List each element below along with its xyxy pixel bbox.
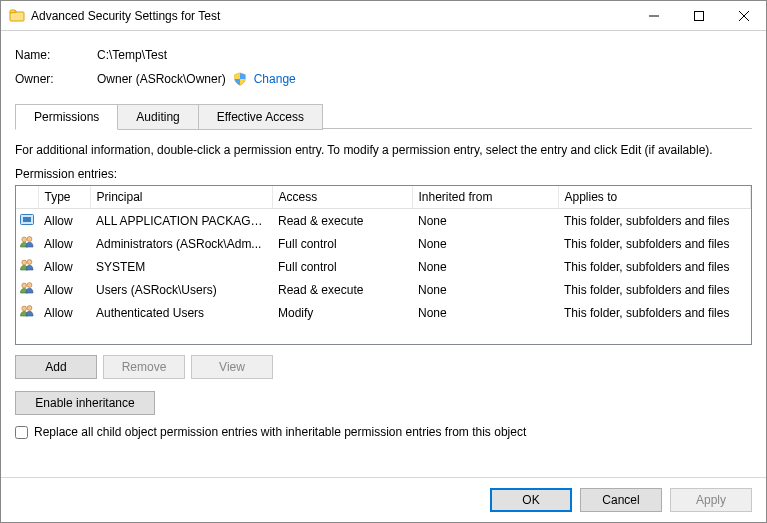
svg-point-4 [22, 237, 27, 242]
tab-effective-access[interactable]: Effective Access [199, 104, 323, 130]
name-label: Name: [15, 48, 97, 62]
tabs: Permissions Auditing Effective Access [15, 103, 752, 129]
replace-children-checkbox[interactable] [15, 426, 28, 439]
entry-principal: Users (ASRock\Users) [90, 278, 272, 301]
entry-icon [16, 232, 38, 255]
entry-icon [16, 255, 38, 278]
column-principal[interactable]: Principal [90, 186, 272, 209]
svg-point-5 [27, 237, 32, 242]
entry-inherited: None [412, 278, 558, 301]
entry-applies: This folder, subfolders and files [558, 278, 751, 301]
permission-entries-table: Type Principal Access Inherited from App… [15, 185, 752, 345]
entry-access: Read & execute [272, 278, 412, 301]
dialog-footer: OK Cancel Apply [1, 477, 766, 522]
entry-applies: This folder, subfolders and files [558, 255, 751, 278]
svg-point-9 [27, 283, 32, 288]
apply-button[interactable]: Apply [670, 488, 752, 512]
svg-rect-3 [23, 217, 31, 222]
permission-entries-label: Permission entries: [15, 167, 752, 181]
entry-applies: This folder, subfolders and files [558, 232, 751, 255]
name-value: C:\Temp\Test [97, 48, 167, 62]
svg-point-8 [22, 283, 27, 288]
tab-permissions[interactable]: Permissions [15, 104, 118, 130]
entry-principal: ALL APPLICATION PACKAGES [90, 209, 272, 233]
column-inherited[interactable]: Inherited from [412, 186, 558, 209]
svg-point-7 [27, 260, 32, 265]
enable-inheritance-button[interactable]: Enable inheritance [15, 391, 155, 415]
entry-inherited: None [412, 209, 558, 233]
replace-children-row: Replace all child object permission entr… [15, 425, 752, 439]
entry-icon [16, 278, 38, 301]
group-icon [19, 257, 35, 273]
owner-label: Owner: [15, 72, 97, 86]
entry-inherited: None [412, 301, 558, 324]
name-row: Name: C:\Temp\Test [15, 43, 752, 67]
tab-auditing[interactable]: Auditing [118, 104, 198, 130]
replace-children-label[interactable]: Replace all child object permission entr… [34, 425, 526, 439]
entry-access: Modify [272, 301, 412, 324]
group-icon [19, 234, 35, 250]
change-owner-link[interactable]: Change [254, 72, 296, 86]
svg-point-10 [22, 306, 27, 311]
maximize-button[interactable] [676, 1, 721, 30]
group-icon [19, 303, 35, 319]
titlebar: Advanced Security Settings for Test [1, 1, 766, 31]
owner-row: Owner: Owner (ASRock\Owner) Change [15, 67, 752, 91]
entry-applies: This folder, subfolders and files [558, 209, 751, 233]
svg-point-6 [22, 260, 27, 265]
svg-rect-0 [10, 12, 24, 21]
table-header-row: Type Principal Access Inherited from App… [16, 186, 751, 209]
entry-access: Read & execute [272, 209, 412, 233]
close-button[interactable] [721, 1, 766, 30]
folder-icon [9, 8, 25, 24]
cancel-button[interactable]: Cancel [580, 488, 662, 512]
entry-icon [16, 301, 38, 324]
tab-strip: Permissions Auditing Effective Access [15, 103, 752, 129]
table-row[interactable]: AllowSYSTEMFull controlNoneThis folder, … [16, 255, 751, 278]
add-button[interactable]: Add [15, 355, 97, 379]
entry-type: Allow [38, 278, 90, 301]
shield-icon [232, 71, 248, 87]
column-icon[interactable] [16, 186, 38, 209]
owner-value: Owner (ASRock\Owner) [97, 72, 226, 86]
svg-rect-1 [694, 11, 703, 20]
entry-icon [16, 209, 38, 233]
table-row[interactable]: AllowUsers (ASRock\Users)Read & executeN… [16, 278, 751, 301]
package-icon [19, 211, 35, 227]
entry-principal: Authenticated Users [90, 301, 272, 324]
window-controls [631, 1, 766, 30]
window-title: Advanced Security Settings for Test [31, 9, 220, 23]
content-area: Name: C:\Temp\Test Owner: Owner (ASRock\… [1, 31, 766, 477]
entry-type: Allow [38, 209, 90, 233]
entry-inherited: None [412, 255, 558, 278]
svg-point-11 [27, 306, 32, 311]
minimize-button[interactable] [631, 1, 676, 30]
column-access[interactable]: Access [272, 186, 412, 209]
info-text: For additional information, double-click… [15, 143, 752, 157]
entry-type: Allow [38, 301, 90, 324]
group-icon [19, 280, 35, 296]
table-row[interactable]: AllowAdministrators (ASRock\Adm...Full c… [16, 232, 751, 255]
column-applies[interactable]: Applies to [558, 186, 751, 209]
entry-access: Full control [272, 255, 412, 278]
entry-inherited: None [412, 232, 558, 255]
entry-type: Allow [38, 255, 90, 278]
tab-underline [323, 128, 752, 129]
entry-access: Full control [272, 232, 412, 255]
remove-button[interactable]: Remove [103, 355, 185, 379]
entry-applies: This folder, subfolders and files [558, 301, 751, 324]
entry-principal: Administrators (ASRock\Adm... [90, 232, 272, 255]
table-row[interactable]: AllowAuthenticated UsersModifyNoneThis f… [16, 301, 751, 324]
view-button[interactable]: View [191, 355, 273, 379]
column-type[interactable]: Type [38, 186, 90, 209]
table-row[interactable]: AllowALL APPLICATION PACKAGESRead & exec… [16, 209, 751, 233]
entry-principal: SYSTEM [90, 255, 272, 278]
ok-button[interactable]: OK [490, 488, 572, 512]
entry-type: Allow [38, 232, 90, 255]
enable-inheritance-row: Enable inheritance [15, 391, 752, 415]
entry-buttons-row: Add Remove View [15, 355, 752, 379]
